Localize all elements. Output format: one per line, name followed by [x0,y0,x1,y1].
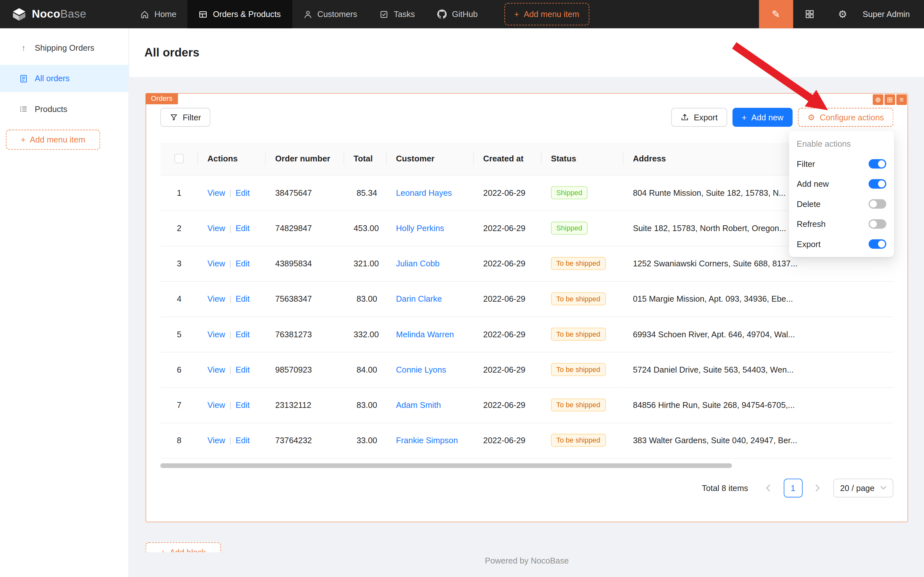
total-cell: 332.00 [344,316,386,352]
table-toolbar: Filter Export + Add new [160,108,893,127]
nav-item-label: GitHub [452,9,478,19]
customer-cell: Holly Perkins [386,211,474,246]
refresh-toggle[interactable] [869,219,886,229]
plugins-button[interactable] [793,0,826,28]
user-menu[interactable]: Super Admin [859,9,924,19]
block-add-icon[interactable]: ⊕ [872,94,883,105]
ui-editor-toggle-button[interactable]: ✎ [759,0,793,28]
page-size-select[interactable]: 20 / page [833,479,893,497]
address-cell: 84856 Hirthe Run, Suite 268, 94754-6705,… [623,387,893,423]
customer-link[interactable]: Darin Clarke [396,294,442,304]
customer-link[interactable]: Leonard Hayes [396,188,452,197]
block-grid-icon[interactable]: ⊞ [885,94,895,105]
prev-page-button[interactable] [759,479,778,497]
customer-link[interactable]: Melinda Warren [396,330,454,339]
edit-link[interactable]: Edit [235,294,250,304]
github-icon [437,9,447,19]
grid-icon [805,9,814,19]
next-page-button[interactable] [808,479,827,497]
status-cell: To be shipped [542,352,623,387]
add-block-button[interactable]: + Add block [146,542,221,552]
status-badge: To be shipped [551,328,605,340]
export-toggle[interactable] [869,239,886,249]
filter-toggle[interactable] [869,159,886,168]
filter-icon [170,113,178,122]
edit-link[interactable]: Edit [235,330,250,339]
configure-actions-button[interactable]: ⚙ Configure actions [798,108,893,127]
horizontal-scrollbar-thumb[interactable] [160,463,732,468]
dropdown-item-refresh[interactable]: Refresh [789,214,894,234]
settings-button[interactable]: ⚙ [826,0,859,28]
sidebar-item-products[interactable]: Products [0,96,128,122]
table-row: 8 View|Edit 73764232 33.00 Frankie Simps… [160,423,893,458]
sidebar-item-label: Shipping Orders [35,43,94,52]
edit-link[interactable]: Edit [235,365,250,374]
row-index: 8 [160,423,198,458]
edit-link[interactable]: Edit [235,435,250,445]
row-index: 4 [160,281,198,316]
customer-link[interactable]: Frankie Simpson [396,435,458,445]
edit-link[interactable]: Edit [235,400,250,409]
edit-link[interactable]: Edit [235,223,250,233]
nav-item-home[interactable]: Home [129,0,187,28]
nav-item-tasks[interactable]: Tasks [368,0,426,28]
pagination: Total 8 items 1 20 / page [160,479,893,497]
delete-toggle[interactable] [869,199,886,209]
block-collection-tag: Orders [146,93,178,104]
export-icon [681,113,689,122]
order-number-cell: 74829847 [266,211,344,246]
plus-icon: + [161,548,166,552]
customer-link[interactable]: Adam Smith [396,400,441,409]
nocobase-logo[interactable]: NocoBase [0,7,129,21]
nav-item-customers[interactable]: Customers [292,0,368,28]
column-header-actions: Actions [198,142,266,175]
cube-logo-icon [12,7,27,21]
view-link[interactable]: View [208,223,225,233]
customer-link[interactable]: Julian Cobb [396,259,439,268]
filter-button[interactable]: Filter [160,108,211,127]
view-link[interactable]: View [208,294,225,304]
sidebar-add-menu-item-button[interactable]: + Add menu item [6,130,100,150]
status-badge: To be shipped [551,257,605,270]
page-title: All orders [144,46,199,60]
edit-link[interactable]: Edit [235,188,250,197]
sidebar: ↑ Shipping Orders All orders Products + … [0,28,129,577]
view-link[interactable]: View [208,365,225,374]
dropdown-item-filter[interactable]: Filter [789,154,894,174]
view-link[interactable]: View [208,435,225,445]
column-header-total: Total [344,142,386,175]
sidebar-item-all-orders[interactable]: All orders [0,65,128,92]
edit-link[interactable]: Edit [235,259,250,268]
column-header-customer: Customer [386,142,474,175]
created-at-cell: 2022-06-29 [474,352,542,387]
nav-item-github[interactable]: GitHub [426,0,489,28]
view-link[interactable]: View [208,330,225,339]
dropdown-item-delete[interactable]: Delete [789,194,894,214]
list-icon [19,105,28,113]
sidebar-item-label: All orders [35,74,69,83]
export-button[interactable]: Export [671,108,727,127]
add-new-toggle[interactable] [869,179,886,189]
view-link[interactable]: View [208,259,225,268]
block-menu-icon[interactable]: ≡ [897,94,907,105]
nav-item-label: Tasks [394,9,415,19]
sidebar-item-shipping-orders[interactable]: ↑ Shipping Orders [0,34,128,61]
add-new-button[interactable]: + Add new [732,108,793,127]
page-number-button[interactable]: 1 [784,479,802,497]
customer-link[interactable]: Connie Lyons [396,365,446,374]
dropdown-title: Enable actions [789,134,894,154]
status-cell: To be shipped [542,246,623,281]
customer-link[interactable]: Holly Perkins [396,223,444,233]
view-link[interactable]: View [208,400,225,409]
chevron-down-icon [881,485,886,490]
dropdown-item-export[interactable]: Export [789,234,894,254]
table-icon [199,10,208,19]
nav-item-orders-products[interactable]: Orders & Products [188,0,292,28]
table-row: 2 View|Edit 74829847 453.00 Holly Perkin… [160,211,893,246]
navbar-add-menu-item-button[interactable]: + Add menu item [504,3,589,25]
dropdown-item-add-new[interactable]: Add new [789,174,894,194]
view-link[interactable]: View [208,188,225,197]
row-actions: View|Edit [198,387,266,423]
select-all-checkbox[interactable] [174,154,184,163]
add-block-label: Add block [170,548,206,552]
